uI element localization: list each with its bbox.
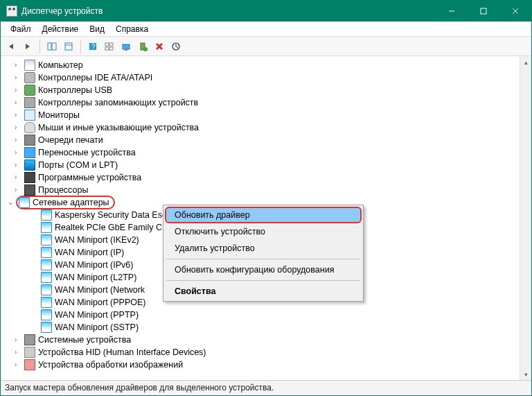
scroll-up-button[interactable]: ▴ bbox=[520, 56, 531, 68]
tree-item-system-devices[interactable]: ›Системные устройства bbox=[6, 334, 520, 346]
properties-button[interactable] bbox=[61, 39, 76, 54]
svg-rect-14 bbox=[123, 44, 130, 49]
chevron-right-icon[interactable]: › bbox=[15, 123, 21, 130]
tree-item-software-devices[interactable]: ›Программные устройства bbox=[6, 171, 520, 184]
svg-rect-12 bbox=[105, 47, 109, 50]
tree-item-adapter[interactable]: WAN Miniport (PPTP) bbox=[6, 309, 520, 321]
tree-item-mice[interactable]: ›Мыши и иные указывающие устройства bbox=[6, 121, 520, 134]
tile-button[interactable] bbox=[102, 39, 117, 54]
tree-label: Контроллеры USB bbox=[38, 85, 112, 95]
context-update-driver[interactable]: Обновить драйвер bbox=[165, 207, 362, 223]
network-icon bbox=[41, 272, 52, 283]
menu-help[interactable]: Справка bbox=[110, 23, 154, 35]
tree-label: Устройства обработки изображений bbox=[38, 360, 183, 370]
tree-label: Мониторы bbox=[38, 110, 80, 120]
tree-item-adapter[interactable]: WAN Miniport (SSTP) bbox=[6, 321, 520, 334]
tree-label: WAN Miniport (L2TP) bbox=[55, 273, 136, 282]
uninstall-button[interactable] bbox=[152, 39, 167, 54]
cpu-icon bbox=[24, 184, 35, 196]
svg-rect-1 bbox=[481, 8, 486, 14]
storage-icon bbox=[24, 97, 35, 108]
network-icon bbox=[19, 197, 30, 208]
scroll-track[interactable] bbox=[520, 68, 531, 368]
context-uninstall-device[interactable]: Удалить устройство bbox=[165, 240, 362, 257]
tree-item-ide[interactable]: ›Контроллеры IDE ATA/ATAPI bbox=[6, 71, 520, 84]
tree-label: WAN Miniport (Network bbox=[55, 285, 145, 295]
chevron-down-icon[interactable]: ⌄ bbox=[8, 198, 15, 205]
menu-view[interactable]: Вид bbox=[84, 23, 110, 35]
scroll-down-button[interactable]: ▾ bbox=[520, 368, 531, 380]
menu-file[interactable]: Файл bbox=[5, 23, 37, 35]
tree-label: WAN Miniport (IP) bbox=[55, 248, 124, 257]
network-icon bbox=[41, 322, 52, 333]
status-text: Запуск мастера обновления драйверов для … bbox=[5, 383, 274, 393]
context-separator bbox=[166, 280, 360, 281]
chevron-right-icon[interactable]: › bbox=[15, 136, 21, 143]
drive-icon bbox=[24, 72, 35, 83]
chevron-right-icon[interactable]: › bbox=[15, 161, 21, 168]
tree-label: WAN Miniport (IPv6) bbox=[55, 260, 133, 270]
tree-label: Контроллеры запоминающих устройств bbox=[38, 98, 198, 107]
chevron-right-icon[interactable]: › bbox=[15, 111, 21, 118]
svg-rect-10 bbox=[105, 43, 109, 46]
tree-item-processors[interactable]: ›Процессоры bbox=[6, 184, 520, 196]
context-disable-device[interactable]: Отключить устройство bbox=[165, 223, 362, 240]
chevron-right-icon[interactable]: › bbox=[15, 348, 21, 355]
chevron-right-icon[interactable]: › bbox=[15, 61, 21, 68]
tree-label: Системные устройства bbox=[38, 335, 131, 345]
tree-label: Realtek PCIe GbE Family C bbox=[55, 223, 162, 232]
software-icon bbox=[24, 172, 35, 183]
tree-label: Программные устройства bbox=[38, 173, 141, 182]
network-icon bbox=[41, 284, 52, 295]
usb-icon bbox=[24, 85, 35, 96]
chevron-right-icon[interactable]: › bbox=[15, 336, 21, 343]
toolbar: ? bbox=[1, 37, 531, 56]
vertical-scrollbar[interactable]: ▴ ▾ bbox=[520, 56, 531, 380]
tree-item-imaging[interactable]: ›Устройства обработки изображений bbox=[6, 359, 520, 371]
maximize-button[interactable] bbox=[468, 1, 499, 21]
svg-rect-5 bbox=[52, 43, 56, 50]
context-scan-hardware[interactable]: Обновить конфигурацию оборудования bbox=[165, 261, 362, 278]
tree-item-print-queues[interactable]: ›Очереди печати bbox=[6, 134, 520, 146]
chevron-right-icon[interactable]: › bbox=[15, 98, 21, 105]
forward-button[interactable] bbox=[20, 39, 35, 54]
chevron-right-icon[interactable]: › bbox=[15, 74, 21, 80]
tree-label: WAN Miniport (IKEv2) bbox=[55, 235, 139, 245]
chevron-right-icon[interactable]: › bbox=[15, 361, 21, 368]
statusbar: Запуск мастера обновления драйверов для … bbox=[1, 380, 531, 395]
chevron-right-icon[interactable]: › bbox=[15, 86, 21, 93]
tree-label: Очереди печати bbox=[38, 135, 103, 145]
menu-action[interactable]: Действие bbox=[37, 23, 85, 35]
printer-icon bbox=[24, 135, 35, 146]
add-hardware-button[interactable] bbox=[135, 39, 150, 54]
svg-rect-4 bbox=[48, 43, 51, 50]
tree-label: Сетевые адаптеры bbox=[33, 198, 109, 207]
hid-icon bbox=[24, 347, 35, 358]
tree-item-computer[interactable]: ›Компьютер bbox=[6, 59, 520, 71]
tree-item-storage[interactable]: ›Контроллеры запоминающих устройств bbox=[6, 96, 520, 109]
tree-item-usb[interactable]: ›Контроллеры USB bbox=[6, 84, 520, 96]
close-button[interactable] bbox=[499, 1, 531, 21]
context-menu: Обновить драйвер Отключить устройство Уд… bbox=[163, 205, 364, 302]
context-properties[interactable]: Свойства bbox=[165, 283, 362, 300]
minimize-button[interactable] bbox=[436, 1, 468, 21]
back-button[interactable] bbox=[3, 39, 19, 54]
titlebar: Диспетчер устройств bbox=[1, 1, 531, 21]
imaging-icon bbox=[24, 359, 35, 370]
mouse-icon bbox=[24, 122, 35, 133]
tree-label: WAN Miniport (PPPOE) bbox=[55, 298, 146, 307]
tree-item-hid[interactable]: ›Устройства HID (Human Interface Devices… bbox=[6, 346, 520, 359]
network-icon bbox=[41, 259, 52, 270]
chevron-right-icon[interactable]: › bbox=[15, 173, 21, 180]
tree-item-portable[interactable]: ›Переносные устройства bbox=[6, 146, 520, 159]
help-button[interactable]: ? bbox=[85, 39, 100, 54]
tree-item-monitors[interactable]: ›Мониторы bbox=[6, 109, 520, 121]
chevron-right-icon[interactable]: › bbox=[15, 186, 21, 193]
show-hide-tree-button[interactable] bbox=[44, 39, 60, 54]
tree-item-ports[interactable]: ›Порты (COM и LPT) bbox=[6, 159, 520, 171]
update-button[interactable] bbox=[168, 39, 184, 54]
scan-hardware-button[interactable] bbox=[118, 39, 134, 54]
computer-icon bbox=[24, 60, 35, 71]
chevron-right-icon[interactable]: › bbox=[15, 148, 21, 155]
monitor-icon bbox=[24, 110, 35, 121]
